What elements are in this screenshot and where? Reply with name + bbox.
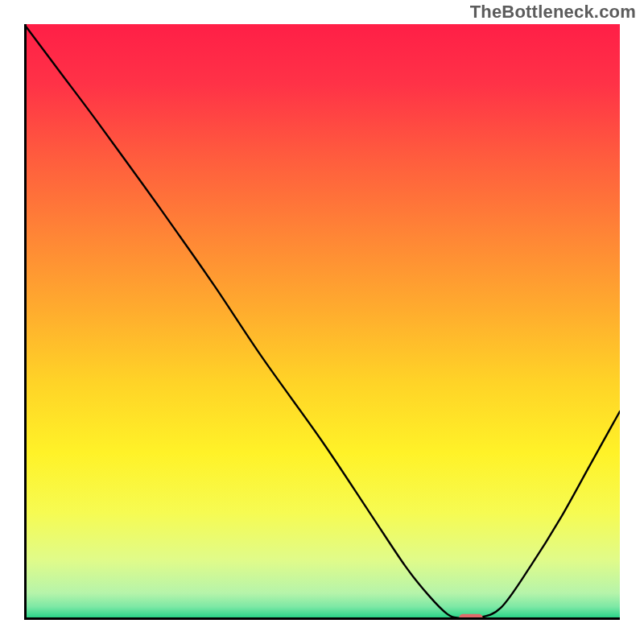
plot-area xyxy=(24,24,620,620)
watermark-text: TheBottleneck.com xyxy=(470,2,636,23)
bottleneck-curve-path xyxy=(24,24,620,619)
bottleneck-chart: TheBottleneck.com xyxy=(0,0,644,644)
curve-layer xyxy=(24,24,620,620)
optimal-marker xyxy=(459,614,483,620)
